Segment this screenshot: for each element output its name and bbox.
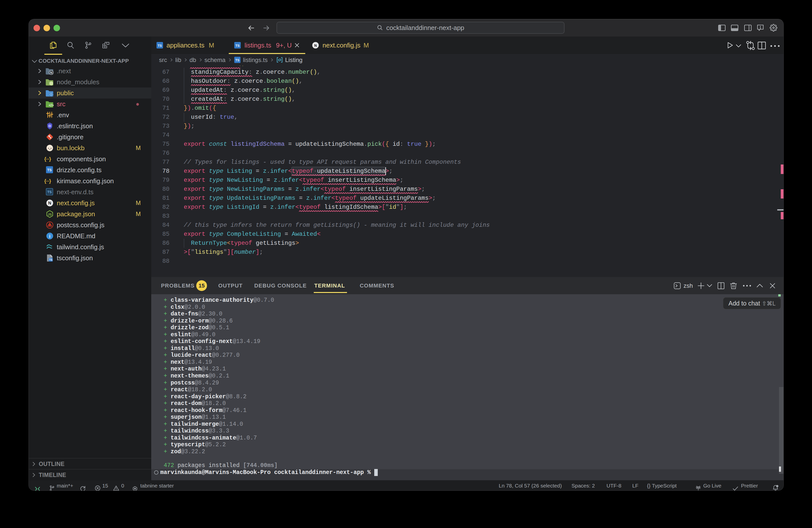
svg-text:TS: TS xyxy=(235,44,240,47)
svg-text:N: N xyxy=(50,71,52,74)
svg-text:JS: JS xyxy=(48,212,52,216)
svg-text:N: N xyxy=(314,44,317,47)
svg-text:TS: TS xyxy=(158,44,162,47)
svg-text:TS: TS xyxy=(235,59,239,62)
svg-text:TS: TS xyxy=(47,168,52,172)
svg-text:N: N xyxy=(48,201,51,205)
svg-text:</>: </> xyxy=(49,103,54,107)
svg-text:TS: TS xyxy=(49,259,53,261)
svg-text:i: i xyxy=(49,234,50,239)
svg-text:TS: TS xyxy=(47,190,52,194)
